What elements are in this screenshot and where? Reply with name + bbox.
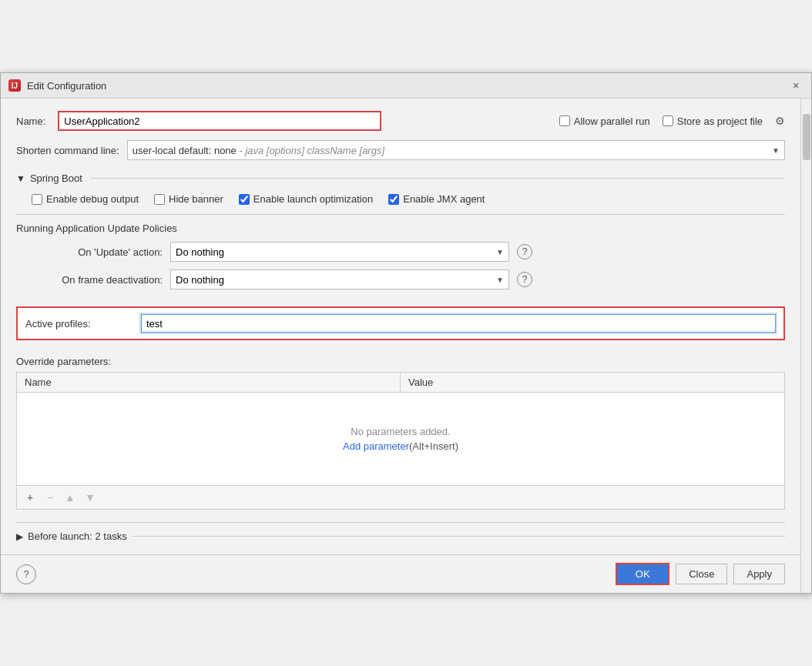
spring-boot-title: Spring Boot: [30, 172, 82, 184]
update-action-dropdown[interactable]: Do nothing ▼: [170, 242, 509, 262]
edit-configuration-dialog: IJ Edit Configuration × Name: Allow para…: [0, 72, 812, 594]
active-profiles-label: Active profiles:: [25, 318, 133, 330]
shorten-command-line-dropdown[interactable]: user-local default: none - java [options…: [127, 140, 785, 160]
before-launch-collapse-icon[interactable]: ▶: [16, 531, 23, 542]
params-header-name: Name: [17, 373, 401, 392]
ok-button[interactable]: OK: [616, 563, 669, 585]
override-parameters-title: Override parameters:: [16, 356, 785, 367]
help-button[interactable]: ?: [16, 564, 36, 584]
spring-boot-section-line: [90, 178, 785, 179]
policies-title: Running Application Update Policies: [16, 223, 785, 234]
scrollbar-area: Name: Allow parallel run Store as projec…: [1, 99, 811, 593]
enable-launch-optimization-checkbox[interactable]: [239, 194, 250, 205]
name-label: Name:: [16, 115, 45, 127]
update-action-label: On 'Update' action:: [32, 246, 163, 258]
shorten-command-line-row: Shorten command line: user-local default…: [16, 140, 785, 160]
enable-jmx-agent-label: Enable JMX agent: [388, 193, 485, 205]
frame-deactivation-dropdown[interactable]: Do nothing ▼: [170, 269, 509, 289]
params-table: Name Value No parameters added. Add para…: [16, 372, 785, 510]
shorten-command-line-value: user-local default: none - java [options…: [133, 145, 384, 156]
dropdown-arrow-icon: ▼: [772, 146, 780, 155]
allow-parallel-run-checkbox[interactable]: [559, 115, 570, 126]
frame-deactivation-dropdown-arrow: ▼: [496, 276, 504, 284]
bottom-bar: ? OK Close Apply: [1, 554, 800, 593]
move-down-button[interactable]: ▼: [82, 489, 99, 506]
frame-deactivation-label: On frame deactivation:: [32, 274, 163, 286]
main-content: Name: Allow parallel run Store as projec…: [1, 99, 800, 593]
frame-deactivation-row: On frame deactivation: Do nothing ▼ ?: [16, 269, 785, 289]
policies-section: Running Application Update Policies On '…: [16, 214, 785, 297]
apply-button[interactable]: Apply: [733, 564, 785, 584]
enable-launch-optimization-label: Enable launch optimization: [239, 193, 373, 205]
params-toolbar: + − ▲ ▼: [17, 485, 784, 509]
bottom-buttons: OK Close Apply: [616, 563, 785, 585]
scrollbar[interactable]: [800, 99, 811, 593]
title-bar-left: IJ Edit Configuration: [8, 79, 106, 92]
enable-debug-output-checkbox[interactable]: [32, 194, 42, 205]
enable-debug-output-label: Enable debug output: [32, 193, 139, 205]
store-as-project-file-checkbox[interactable]: [663, 115, 673, 126]
hide-banner-label: Hide banner: [154, 193, 223, 205]
add-param-button[interactable]: +: [22, 489, 39, 506]
spring-boot-options: Enable debug output Hide banner Enable l…: [16, 193, 785, 205]
active-profiles-row: Active profiles:: [16, 306, 785, 340]
gear-icon[interactable]: ⚙: [775, 115, 785, 127]
add-param-hint: (Alt+Insert): [409, 440, 458, 452]
allow-parallel-run-label: Allow parallel run: [559, 115, 650, 127]
app-icon: IJ: [8, 79, 21, 92]
frame-deactivation-help-icon[interactable]: ?: [517, 272, 532, 287]
update-action-dropdown-arrow: ▼: [496, 248, 504, 256]
params-body: No parameters added. Add parameter(Alt+I…: [17, 393, 784, 485]
move-up-button[interactable]: ▲: [62, 489, 79, 506]
before-launch-section: ▶ Before launch: 2 tasks: [16, 522, 785, 542]
content-area: Name: Allow parallel run Store as projec…: [1, 99, 800, 554]
update-action-help-icon[interactable]: ?: [517, 244, 532, 259]
params-header-value: Value: [401, 373, 784, 392]
add-param-link[interactable]: Add parameter: [343, 440, 409, 452]
name-row: Name: Allow parallel run Store as projec…: [16, 111, 785, 131]
before-launch-title: Before launch: 2 tasks: [28, 530, 127, 542]
add-param-line: Add parameter(Alt+Insert): [343, 440, 458, 452]
dialog-title: Edit Configuration: [27, 80, 106, 92]
shorten-command-line-label: Shorten command line:: [16, 145, 119, 156]
override-parameters-section: Override parameters: Name Value No param…: [16, 356, 785, 510]
spring-boot-collapse-icon[interactable]: ▼: [16, 173, 25, 184]
close-icon[interactable]: ×: [788, 78, 804, 93]
update-action-row: On 'Update' action: Do nothing ▼ ?: [16, 242, 785, 262]
active-profiles-input[interactable]: [141, 314, 776, 333]
no-params-text: No parameters added.: [351, 426, 450, 437]
params-header: Name Value: [17, 373, 784, 393]
name-input[interactable]: [58, 111, 381, 131]
remove-param-button[interactable]: −: [42, 489, 59, 506]
title-bar: IJ Edit Configuration ×: [1, 73, 811, 99]
enable-jmx-agent-checkbox[interactable]: [388, 194, 399, 205]
hide-banner-checkbox[interactable]: [154, 194, 165, 205]
spring-boot-section-header: ▼ Spring Boot: [16, 172, 785, 184]
store-as-project-file-label: Store as project file: [663, 115, 763, 127]
scrollbar-thumb[interactable]: [803, 114, 810, 160]
before-launch-line: [132, 536, 785, 537]
checkboxes-right: Allow parallel run Store as project file…: [559, 115, 785, 127]
close-button[interactable]: Close: [676, 564, 727, 584]
